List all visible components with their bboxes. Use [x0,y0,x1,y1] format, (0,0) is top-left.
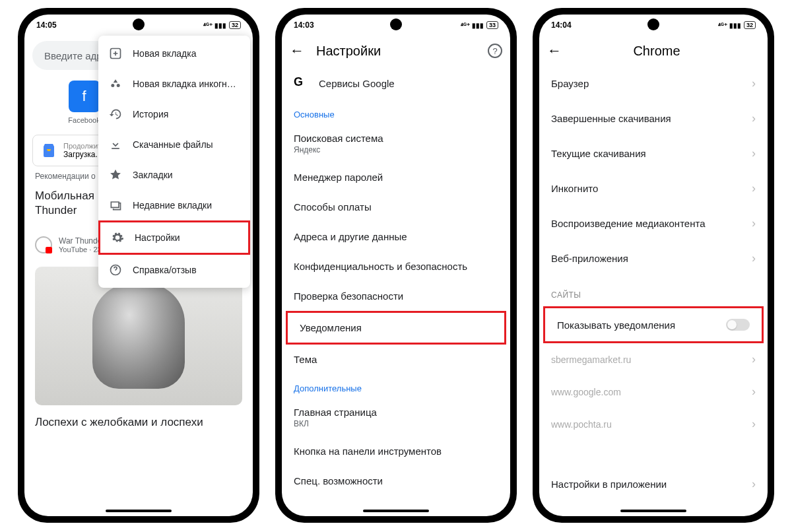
row-google-services[interactable]: G Сервисы Google [282,66,510,100]
phone-frame-3: 14:04 ⁴ᴳ⁺ ▮▮▮ 32 ← Chrome Браузер› Завер… [533,8,774,523]
row-addresses[interactable]: Адреса и другие данные [282,222,510,251]
clock: 14:03 [294,20,314,30]
menu-new-tab[interactable]: Новая вкладка [98,38,250,69]
page-title: Настройки [316,44,476,59]
notification-categories: Браузер› Завершенные скачивания› Текущие… [539,66,768,276]
page-title: Chrome [574,44,760,59]
menu-bookmarks[interactable]: Закладки [98,160,250,190]
battery-icon: 33 [486,21,498,29]
chevron-right-icon: › [752,216,756,230]
row-search-engine[interactable]: Поисковая система Яндекс [282,125,510,162]
row-notifications[interactable]: Уведомления [286,311,506,345]
row-app-settings[interactable]: Настройки в приложении› [539,467,768,502]
back-arrow-icon[interactable]: ← [290,42,304,59]
clock: 14:04 [551,20,572,30]
article-title: Мобильная Thunder [35,189,94,218]
row-show-notifications[interactable]: Показывать уведомления [543,306,764,343]
camera-notch [390,18,402,30]
row-privacy[interactable]: Конфиденциальность и безопасность [282,251,510,281]
camera-notch [133,18,145,30]
header: ← Настройки ? [282,36,510,66]
facebook-icon: f [69,81,100,112]
site-row[interactable]: www.google.com› [539,376,768,408]
camera-notch [647,18,659,30]
signal-icon: ⁴ᴳ⁺ ▮▮▮ [203,22,226,29]
row-password-manager[interactable]: Менеджер паролей [282,162,510,192]
chevron-right-icon: › [752,251,756,265]
menu-history[interactable]: История [98,99,250,129]
phone-frame-1: 14:05 ⁴ᴳ⁺ ▮▮▮ 32 Введите адрес f Faceboo… [18,8,259,523]
phone-frame-2: 14:03 ⁴ᴳ⁺ ▮▮▮ 33 ← Настройки ? G Сервисы… [275,8,517,523]
article-2-title: Лоспехи с желобками и лоспехи [24,411,253,434]
chevron-right-icon: › [752,147,756,160]
status-icons: ⁴ᴳ⁺ ▮▮▮ 33 [461,21,498,29]
status-icons: ⁴ᴳ⁺ ▮▮▮ 32 [718,21,756,29]
section-advanced: Дополнительные [282,374,510,399]
row-safety-check[interactable]: Проверка безопасности [282,281,510,311]
row-toolbar-button[interactable]: Кнопка на панели инструментов [282,436,510,466]
row-incognito[interactable]: Инкогнито› [539,171,768,206]
nav-handle[interactable] [363,510,429,512]
battery-icon: 32 [229,21,241,29]
google-g-icon: G [294,75,310,91]
channel-avatar-icon [35,236,52,253]
site-row[interactable]: sbermegamarket.ru› [539,343,768,376]
row-accessibility[interactable]: Спец. возможности [282,466,510,496]
signal-icon: ⁴ᴳ⁺ ▮▮▮ [461,22,484,29]
helmet-illustration [92,283,185,389]
chevron-right-icon: › [752,112,756,125]
continue-title: Продолжит [63,142,101,150]
chevron-right-icon: › [752,385,756,399]
shopping-bag-icon [41,143,57,158]
chevron-right-icon: › [752,477,756,491]
status-icons: ⁴ᴳ⁺ ▮▮▮ 32 [203,21,241,29]
chevron-right-icon: › [752,77,756,90]
nav-handle[interactable] [620,510,686,512]
row-browser[interactable]: Браузер› [539,66,768,101]
chevron-right-icon: › [752,417,756,431]
row-web-apps[interactable]: Веб-приложения› [539,241,768,276]
row-completed-downloads[interactable]: Завершенные скачивания› [539,101,768,136]
back-arrow-icon[interactable]: ← [547,42,562,59]
screen-1: 14:05 ⁴ᴳ⁺ ▮▮▮ 32 Введите адрес f Faceboo… [24,15,253,516]
settings-list[interactable]: G Сервисы Google Основные Поисковая сист… [282,66,510,508]
row-homepage[interactable]: Главная страница ВКЛ [282,399,510,436]
menu-help[interactable]: Справка/отзыв [98,255,250,285]
menu-incognito[interactable]: Новая вкладка инкогн… [98,69,250,99]
menu-downloads[interactable]: Скачанные файлы [98,129,250,160]
menu-settings[interactable]: Настройки [98,220,250,255]
battery-icon: 32 [744,21,756,29]
toggle-switch[interactable] [726,319,750,331]
screen-3: 14:04 ⁴ᴳ⁺ ▮▮▮ 32 ← Chrome Браузер› Завер… [539,15,768,516]
chevron-right-icon: › [752,352,756,366]
chevron-right-icon: › [752,182,756,195]
menu-recent-tabs[interactable]: Недавние вкладки [98,190,250,220]
continue-sub: Загрузка. [63,150,101,159]
section-sites: САЙТЫ [539,276,768,306]
row-theme[interactable]: Тема [282,345,510,374]
overflow-menu: Новая вкладка Новая вкладка инкогн… Исто… [98,36,250,288]
row-payment-methods[interactable]: Способы оплаты [282,192,510,222]
section-basic: Основные [282,100,510,125]
row-media-playback[interactable]: Воспроизведение медиаконтента› [539,206,768,241]
nav-handle[interactable] [106,510,172,512]
help-icon[interactable]: ? [488,44,502,58]
clock: 14:05 [36,20,57,30]
site-row[interactable]: www.pochta.ru› [539,408,768,440]
header: ← Chrome [539,36,768,66]
screen-2: 14:03 ⁴ᴳ⁺ ▮▮▮ 33 ← Настройки ? G Сервисы… [282,15,510,516]
signal-icon: ⁴ᴳ⁺ ▮▮▮ [718,22,741,29]
row-current-downloads[interactable]: Текущие скачивания› [539,136,768,171]
